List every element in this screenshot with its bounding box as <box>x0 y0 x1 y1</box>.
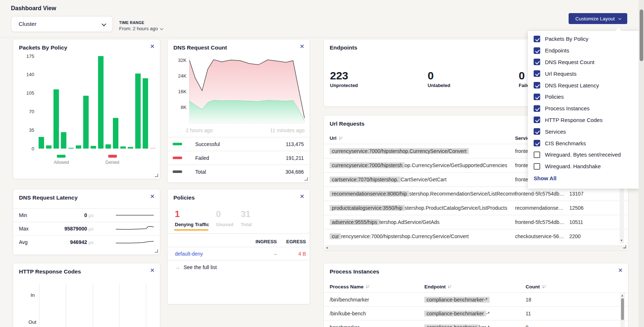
service-cell: frontend-5fc5754db… <box>515 191 569 197</box>
column-header-process-name[interactable]: Process Name <box>330 284 424 289</box>
card-title: DNS Request Count <box>173 44 227 51</box>
resize-handle[interactable] <box>305 177 308 181</box>
menu-item-process-instances[interactable]: Process Instances <box>528 103 640 114</box>
menu-item-label: HTTP Response Codes <box>545 117 602 123</box>
max-sparkline <box>115 224 154 233</box>
checkbox[interactable] <box>534 151 540 158</box>
process-row[interactable]: /bin/kube-benchcompliance-benchmarker-*1… <box>324 306 628 320</box>
checkbox[interactable] <box>534 82 540 88</box>
column-header-endpoint[interactable]: Endpoint <box>424 284 526 289</box>
customize-layout-button[interactable]: Customize Layout <box>569 13 627 24</box>
menu-item-endpoints[interactable]: Endpoints <box>528 45 640 56</box>
time-range-label: TIME RANGE <box>119 20 162 25</box>
menu-item-url-requests[interactable]: Url Requests <box>528 68 640 79</box>
checkbox[interactable] <box>534 140 540 146</box>
latency-value: 946942 <box>70 239 87 245</box>
dns-area-chart: 8K16K24K32K <box>172 55 306 126</box>
legend-row-failed: Failed 191,211 <box>168 151 310 165</box>
sort-icon <box>366 285 370 289</box>
view-selector[interactable]: Cluster <box>11 16 113 32</box>
url-request-row[interactable]: productcatalogservice:3550/hipstershop.P… <box>324 201 628 215</box>
service-cell: checkoutservice-56… <box>515 233 569 239</box>
latency-label: Avg <box>19 239 55 245</box>
close-icon[interactable]: ✕ <box>618 267 623 274</box>
legend-label: Successful <box>195 141 220 147</box>
close-icon[interactable]: ✕ <box>300 193 305 200</box>
resize-handle[interactable] <box>155 174 158 177</box>
policy-ingress-value: – <box>237 251 277 257</box>
scrollbar-thumb[interactable] <box>621 298 624 320</box>
column-header-count[interactable]: Count <box>526 284 546 289</box>
menu-item-dns-request-latency[interactable]: DNS Request Latency <box>528 79 640 91</box>
policy-egress-value: 4 B <box>277 251 306 257</box>
resize-handle[interactable] <box>623 245 626 248</box>
legend-label: Total <box>195 169 206 175</box>
card-title: Packets By Policy <box>19 44 67 51</box>
time-range[interactable]: TIME RANGE From: 2 hours ago <box>119 20 162 31</box>
menu-item-policies[interactable]: Policies <box>528 91 640 103</box>
tab-unused[interactable]: 0 Unused <box>216 209 233 227</box>
close-icon[interactable]: ✕ <box>300 43 305 50</box>
checkbox[interactable] <box>534 36 540 42</box>
url-cell: currencyservice:7000/hipstershop.Currenc… <box>330 233 515 239</box>
count-cell: 9 <box>526 324 529 327</box>
horizontal-scrollbar[interactable]: ◂ ▸ <box>325 245 627 250</box>
scroll-up-icon[interactable]: ▴ <box>621 293 623 297</box>
process-name-cell: /bin/kube-bench <box>330 311 424 316</box>
menu-item-packets-by-policy[interactable]: Packets By Policy <box>528 33 640 45</box>
checkbox[interactable] <box>534 105 540 112</box>
process-row[interactable]: /bin/benchmarkercompliance-benchmarker-*… <box>324 292 628 306</box>
endpoint-cell: compliance-benchmarker-* <box>424 297 526 303</box>
checkbox[interactable] <box>534 94 540 100</box>
menu-item-services[interactable]: Services <box>528 126 640 137</box>
column-header-url[interactable]: Url <box>330 135 515 141</box>
menu-item-label: Wireguard. Bytes sent/received <box>545 151 621 158</box>
close-icon[interactable]: ✕ <box>150 43 155 50</box>
legend-item-denied: Denied <box>106 155 119 165</box>
checkbox[interactable] <box>534 59 540 65</box>
process-row[interactable]: benchmarkercompliance-benchmarker-*9 <box>324 320 628 327</box>
checkbox[interactable] <box>534 117 540 123</box>
close-icon[interactable]: ✕ <box>150 267 155 274</box>
stat-label: Unused <box>216 222 233 227</box>
checkbox[interactable] <box>534 70 540 77</box>
page-scrollbar[interactable] <box>639 0 644 327</box>
stat-value: 0 <box>216 209 233 219</box>
row-label-out: Out <box>28 319 36 325</box>
checkbox[interactable] <box>534 163 540 170</box>
checkbox[interactable] <box>534 128 540 135</box>
url-cell: adservice:9555/hipstershop.AdService/Get… <box>330 219 515 225</box>
policy-row[interactable]: default-deny – 4 B <box>168 247 310 260</box>
vertical-scrollbar[interactable]: ▴ <box>620 293 625 327</box>
latency-unit: µs <box>89 213 94 218</box>
arrow-right-icon: → <box>175 264 180 270</box>
stat-unprotected: 223 Unprotected <box>330 70 358 88</box>
show-all-link[interactable]: Show All <box>534 175 634 181</box>
active-tab-underline <box>174 229 208 231</box>
column-label: Process Name <box>330 284 364 289</box>
url-request-row[interactable]: adservice:9555/hipstershop.AdService/Get… <box>324 215 628 229</box>
scroll-down-icon[interactable]: ▾ <box>621 239 623 242</box>
menu-item-wireguard-bytes-sent-received[interactable]: Wireguard. Bytes sent/received <box>528 149 640 161</box>
url-request-row[interactable]: currencyservice:7000/hipstershop.Currenc… <box>324 229 628 243</box>
service-cell: recommendationse… <box>515 205 569 211</box>
endpoint-cell: compliance-benchmarker-* <box>424 324 526 327</box>
see-full-list-link[interactable]: → See the full list <box>168 260 310 274</box>
process-name-cell: benchmarker <box>330 324 424 327</box>
menu-item-cis-benchmarks[interactable]: CIS Benchmarks <box>528 137 640 149</box>
policy-name-link[interactable]: default-deny <box>175 251 237 257</box>
menu-item-http-response-codes[interactable]: HTTP Response Codes <box>528 114 640 126</box>
scroll-left-icon[interactable]: ◂ <box>326 246 328 249</box>
scrollbar-thumb[interactable] <box>640 9 643 61</box>
tab-total[interactable]: 31 Total <box>241 209 252 227</box>
resize-handle[interactable] <box>155 249 158 253</box>
close-icon[interactable]: ✕ <box>150 193 155 200</box>
stat-value: 31 <box>241 209 252 219</box>
menu-item-wireguard-handshake[interactable]: Wireguard. Handshake <box>528 161 640 172</box>
svg-text:24K: 24K <box>178 73 186 79</box>
tab-denying-traffic[interactable]: 1 Denying Traffic <box>175 209 209 227</box>
x-label-left: 2 hours ago <box>186 127 213 133</box>
checkbox[interactable] <box>534 47 540 54</box>
stat-value: 223 <box>330 70 358 82</box>
menu-item-dns-request-count[interactable]: DNS Request Count <box>528 56 640 68</box>
